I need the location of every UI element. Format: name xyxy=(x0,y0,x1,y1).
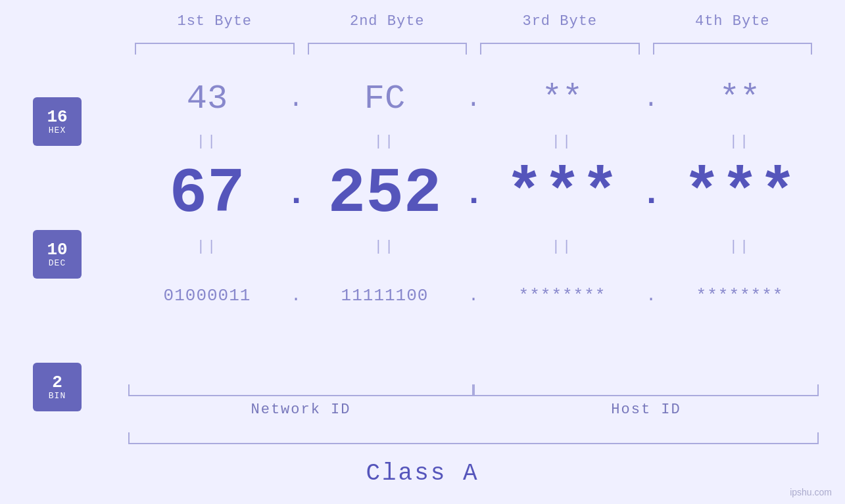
hex-badge-num: 16 xyxy=(47,108,67,126)
top-bracket-1 xyxy=(135,43,295,55)
byte-headers: 1st Byte 2nd Byte 3rd Byte 4th Byte xyxy=(128,13,819,30)
bin-cell-2: 11111100 xyxy=(306,286,464,306)
bin-badge-label: BIN xyxy=(49,391,66,401)
hex-cell-2: FC xyxy=(306,80,464,118)
hex-dot-1: . xyxy=(286,85,306,113)
eq-2-1: || xyxy=(128,239,286,255)
eq-1-3: || xyxy=(483,133,641,150)
dec-cell-3: *** xyxy=(483,158,641,230)
byte-header-4: 4th Byte xyxy=(646,13,819,30)
top-bracket-3 xyxy=(480,43,640,55)
bottom-brackets-area: Network ID Host ID xyxy=(128,384,819,418)
eq-row-1: || || || || xyxy=(128,128,819,154)
hex-cell-4: ** xyxy=(661,80,819,118)
byte-header-3: 3rd Byte xyxy=(473,13,646,30)
network-id-label: Network ID xyxy=(128,401,473,418)
hex-cell-1: 43 xyxy=(128,80,286,118)
eq-2-3: || xyxy=(483,239,641,255)
eq-1-1: || xyxy=(128,133,286,150)
hex-badge-label: HEX xyxy=(49,126,66,135)
bin-cell-3: ******** xyxy=(483,286,641,306)
hex-dot-3: . xyxy=(641,85,661,113)
host-bracket-line xyxy=(473,384,819,396)
bin-cell-1: 01000011 xyxy=(128,286,286,306)
base-badges: 16 HEX 10 DEC 2 BIN xyxy=(33,97,82,495)
eq-2-2: || xyxy=(306,239,464,255)
class-label: Class A xyxy=(0,460,845,487)
host-id-label: Host ID xyxy=(473,401,819,418)
eq-1-2: || xyxy=(306,133,464,150)
bin-badge: 2 BIN xyxy=(33,363,82,411)
dec-badge-num: 10 xyxy=(47,241,67,258)
bin-dot-1: . xyxy=(286,286,306,306)
dec-row: 67 . 252 . *** . *** xyxy=(128,154,819,233)
eq-2-4: || xyxy=(661,239,819,255)
byte-header-2: 2nd Byte xyxy=(301,13,474,30)
dec-dot-2: . xyxy=(464,175,483,214)
bin-row: 01000011 . 11111100 . ******** . *******… xyxy=(128,266,819,325)
top-bracket-2 xyxy=(308,43,468,55)
dec-dot-3: . xyxy=(641,175,661,214)
top-bracket-4 xyxy=(653,43,813,55)
dec-dot-1: . xyxy=(286,175,306,214)
rows-area: 43 . FC . ** . ** || || || || 67 . 252 .… xyxy=(128,69,819,325)
hex-badge: 16 HEX xyxy=(33,97,82,146)
top-brackets xyxy=(128,43,819,55)
full-bottom-bracket xyxy=(128,432,819,444)
dec-cell-1: 67 xyxy=(128,158,286,230)
eq-1-4: || xyxy=(661,133,819,150)
watermark: ipshu.com xyxy=(790,487,832,497)
dec-badge: 10 DEC xyxy=(33,230,82,279)
main-container: 1st Byte 2nd Byte 3rd Byte 4th Byte 16 H… xyxy=(0,0,845,504)
bin-dot-2: . xyxy=(464,286,483,306)
dec-cell-4: *** xyxy=(661,158,819,230)
bin-cell-4: ******** xyxy=(661,286,819,306)
eq-row-2: || || || || xyxy=(128,233,819,260)
network-bracket-line xyxy=(128,384,473,396)
bin-dot-3: . xyxy=(641,286,661,306)
dec-badge-label: DEC xyxy=(49,258,66,268)
hex-dot-2: . xyxy=(464,85,483,113)
hex-row: 43 . FC . ** . ** xyxy=(128,69,819,128)
bin-badge-num: 2 xyxy=(52,374,62,391)
network-id-bracket: Network ID xyxy=(128,384,473,418)
host-id-bracket: Host ID xyxy=(473,384,819,418)
hex-cell-3: ** xyxy=(483,80,641,118)
byte-header-1: 1st Byte xyxy=(128,13,301,30)
dec-cell-2: 252 xyxy=(306,158,464,230)
